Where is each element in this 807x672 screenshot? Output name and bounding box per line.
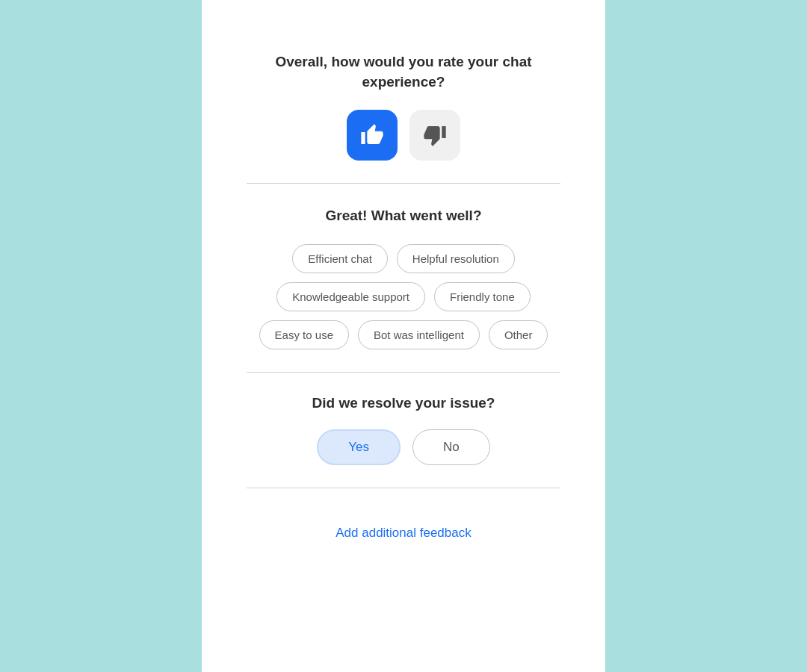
resolve-section: Did we resolve your issue? Yes No xyxy=(247,373,560,488)
thumbs-up-icon xyxy=(360,123,384,147)
chips-container: Efficient chat Helpful resolution Knowle… xyxy=(247,244,560,349)
add-feedback-link[interactable]: Add additional feedback xyxy=(336,511,471,548)
no-button[interactable]: No xyxy=(412,429,490,465)
chip-knowledgeable-support[interactable]: Knowledgeable support xyxy=(276,282,425,311)
chip-helpful-resolution[interactable]: Helpful resolution xyxy=(397,244,515,273)
thumbs-down-button[interactable] xyxy=(409,110,460,161)
went-well-title: Great! What went well? xyxy=(325,206,481,226)
resolve-buttons-group: Yes No xyxy=(317,429,489,465)
chip-other[interactable]: Other xyxy=(489,320,548,349)
overall-rating-section: Overall, how would you rate your chat ex… xyxy=(247,30,560,183)
add-feedback-section: Add additional feedback xyxy=(247,488,560,570)
overall-question: Overall, how would you rate your chat ex… xyxy=(247,52,560,92)
resolve-question: Did we resolve your issue? xyxy=(312,395,495,411)
chip-friendly-tone[interactable]: Friendly tone xyxy=(434,282,531,311)
thumbs-down-icon xyxy=(423,123,447,147)
chip-efficient-chat[interactable]: Efficient chat xyxy=(292,244,388,273)
yes-button[interactable]: Yes xyxy=(317,429,401,465)
chip-easy-to-use[interactable]: Easy to use xyxy=(259,320,349,349)
chip-bot-intelligent[interactable]: Bot was intelligent xyxy=(358,320,480,349)
survey-card: Overall, how would you rate your chat ex… xyxy=(202,0,605,672)
thumbs-up-button[interactable] xyxy=(347,110,398,161)
went-well-section: Great! What went well? Efficient chat He… xyxy=(247,184,560,372)
rating-buttons-group xyxy=(347,110,460,161)
